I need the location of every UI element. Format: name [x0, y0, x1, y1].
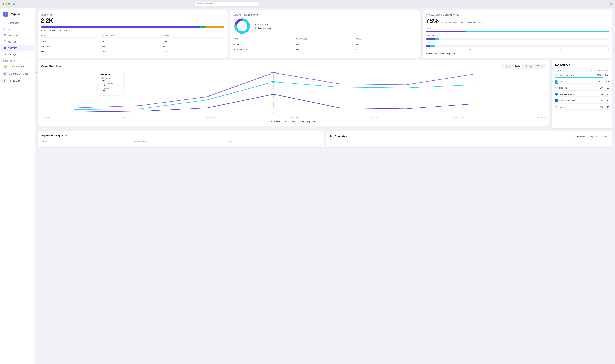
source-stats: 7% 148 [599, 80, 609, 83]
source-row-top: 🔗 goo.by 1% 18 [555, 105, 609, 108]
sidebar-item-qrcodes[interactable]: QR Codes [0, 32, 35, 39]
top-countries-title: Top Countries [330, 135, 347, 138]
sidebar-item-label: My Files [8, 40, 16, 43]
source-row-top: ● direct / Unknown 89% 1.9K [555, 74, 609, 77]
links-ret-bar [466, 31, 609, 32]
source-views: 27 [607, 87, 609, 89]
direct-icon: ● [555, 74, 558, 77]
all-views-legend: All Views [271, 120, 280, 123]
source-label: direct / Unknown [559, 74, 574, 76]
source-stats: 1% 27 [600, 87, 609, 89]
cities-tab[interactable]: Cities [600, 134, 609, 139]
nvr-type-title: New vs. Returning Views by Type [426, 13, 609, 16]
table-row: New Views 22% 482 [233, 42, 417, 47]
donut-area: New Views Returning Views [233, 17, 417, 35]
minimize-button[interactable] [5, 3, 7, 5]
nvr-type-desc: of your total views come from returning … [441, 21, 484, 24]
svg-text:150: 150 [35, 93, 38, 95]
nvr-title: New vs. Returning Views [233, 13, 417, 16]
logo-text: Reqclick [10, 13, 21, 16]
shortcut-label: Generate QR Code [9, 72, 28, 75]
browser-actions: + ⧉ [606, 2, 613, 6]
countries-tab[interactable]: Countries [574, 134, 587, 139]
svg-rect-4 [5, 34, 6, 35]
source-label: t.co [559, 80, 562, 83]
row-total: 1.9k [163, 40, 224, 42]
row-type: Links [41, 40, 102, 42]
maximize-button[interactable] [8, 3, 10, 5]
top-sources-title: Top Sources [555, 64, 609, 66]
sidebar-item-label: Settings [8, 53, 16, 56]
links-new-bar [426, 31, 466, 32]
source-name-direct: ● direct / Unknown [555, 74, 574, 77]
shortcut-label: URL Shortener [9, 65, 24, 68]
new-views-legend: New Views [285, 120, 296, 123]
close-button[interactable] [2, 3, 4, 5]
sidebar-item-label: Dashboard [8, 22, 19, 24]
shortcut-url-shortener[interactable]: 🔗 URL Shortener [0, 63, 35, 70]
source-views: 19 [607, 100, 609, 102]
qrcodes-bar-track [426, 38, 609, 39]
source-bar-fill [555, 109, 555, 110]
sidebar-item-label: QR Codes [8, 34, 18, 37]
svg-text:477: 477 [35, 72, 38, 74]
sidebar-item-links[interactable]: 🔗 Links [0, 26, 35, 32]
app-container: R Reqclick ⌂ Dashboard 🔗 Links QR Codes … [0, 8, 615, 364]
qr-icon [3, 34, 6, 37]
qrcodes-bar-label: QR Codes [426, 34, 609, 37]
source-views: 1.9K [605, 74, 609, 76]
views-col: VIEWS [603, 70, 609, 72]
sidebar-item-settings[interactable]: ⚙ Settings [0, 51, 35, 57]
new-views-label: New Views [287, 120, 296, 123]
sidebar-item-dashboard[interactable]: ⌂ Dashboard [0, 20, 35, 26]
sidebar-item-myfiles[interactable]: 📄 My Files [0, 39, 35, 45]
source-row-bing: 🔍 bing.com 1% 27 [555, 86, 609, 91]
shortcut-generate-qr[interactable]: Generate QR Code [0, 70, 35, 77]
row-type: New Views [233, 43, 294, 46]
col-pct: PERCENTAGE [294, 38, 356, 40]
svg-rect-11 [4, 47, 5, 49]
generate-qr-icon [3, 72, 7, 76]
svg-rect-8 [5, 36, 5, 36]
regions-tab[interactable]: Regions [587, 134, 599, 139]
svg-point-38 [270, 93, 277, 95]
source-bar-fill [555, 96, 555, 97]
hourly-tab[interactable]: Hourly [502, 64, 512, 68]
x-label-3: 04/10/2024 [206, 117, 215, 118]
row-pct: 86% [102, 40, 163, 42]
axis-2: 1.1K [514, 49, 518, 51]
nav-arrows[interactable]: ‹ › [17, 2, 21, 6]
returning-views-dot [300, 121, 301, 122]
source-row-direct: ● direct / Unknown 89% 1.9K [555, 74, 609, 78]
source-pct: 1% [600, 93, 603, 95]
row-pct: 22% [294, 43, 356, 46]
middle-row: Views Over Time Hourly Daily Monthly Yea… [38, 60, 613, 129]
sidebar-toggle[interactable]: ⊟ [12, 2, 15, 6]
dots-icon: ··· [255, 3, 257, 5]
tabs-button[interactable]: ⧉ [610, 2, 613, 6]
returning-views-dot [255, 27, 256, 29]
total-views-card: Total Views 2.2K Links QR Codes [38, 10, 228, 58]
new-views-label: New Views [257, 23, 268, 26]
qrcodes-legend-label: QR Codes [52, 29, 61, 32]
total-views-legend: Links QR Codes Files [41, 29, 224, 32]
shortcuts-label: SHORTCUTS [0, 57, 35, 63]
shortcut-file-to-link[interactable]: 📋 File to Link [0, 77, 35, 84]
x-label-4: 05/10/2024 [289, 117, 298, 118]
qrcodes-bar-stacked [426, 38, 609, 39]
svg-rect-5 [4, 36, 4, 36]
yearly-tab[interactable]: Yearly [535, 64, 545, 68]
pct-col: PERCENTAGE [590, 70, 603, 72]
new-tab-button[interactable]: + [606, 2, 608, 6]
daily-tab[interactable]: Daily [513, 64, 522, 68]
svg-rect-22 [6, 74, 6, 75]
svg-rect-9 [6, 36, 6, 36]
source-bar-track [555, 83, 609, 84]
links-legend-dot [41, 30, 42, 31]
analytics-icon [3, 46, 6, 50]
monthly-tab[interactable]: Monthly [523, 64, 535, 68]
sidebar-item-analytics[interactable]: Analytics [1, 45, 34, 51]
address-bar[interactable]: reqclick.io/analytics ··· [195, 2, 259, 6]
source-bar-track [555, 103, 609, 104]
links-bar-row: Links [426, 27, 609, 32]
